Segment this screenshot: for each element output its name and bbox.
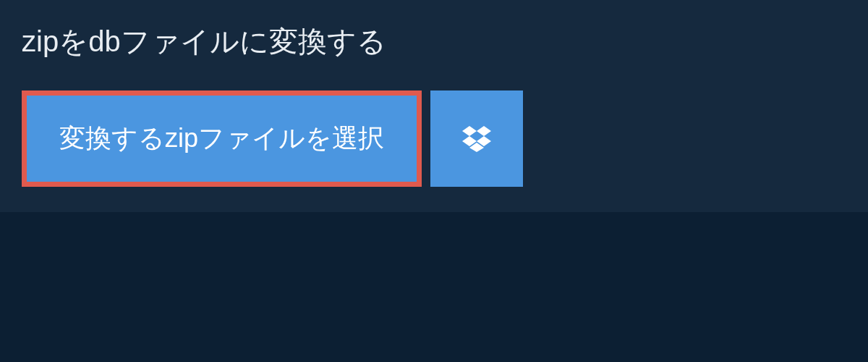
select-file-button[interactable]: 変換するzipファイルを選択 bbox=[22, 90, 422, 187]
select-button-label: 変換するzipファイルを選択 bbox=[59, 121, 384, 156]
dropbox-button[interactable] bbox=[430, 90, 523, 187]
conversion-panel: zipをdbファイルに変換する 変換するzipファイルを選択 bbox=[0, 0, 868, 212]
dropbox-icon bbox=[462, 126, 491, 152]
page-title: zipをdbファイルに変換する bbox=[22, 22, 386, 62]
button-row: 変換するzipファイルを選択 bbox=[0, 76, 868, 187]
title-bar: zipをdbファイルに変換する bbox=[0, 0, 408, 76]
